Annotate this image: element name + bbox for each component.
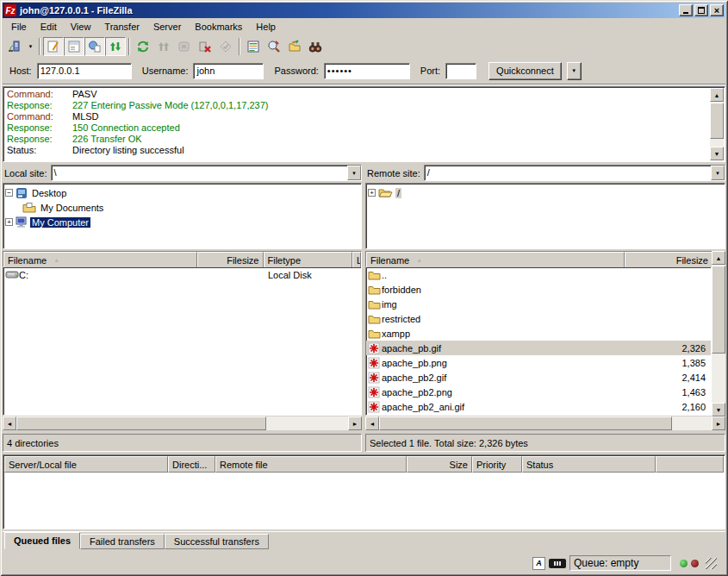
menu-server[interactable]: Server <box>146 19 188 34</box>
column-server-local-file[interactable]: Server/Local file <box>4 456 168 473</box>
file-row-selected[interactable]: apache_pb.gif 2,326 <box>366 341 711 355</box>
local-drive-row[interactable]: C: Local Disk <box>3 267 361 282</box>
process-queue-button[interactable] <box>153 37 174 56</box>
quickconnect-button[interactable]: Quickconnect <box>488 62 562 80</box>
remote-hscrollbar[interactable]: ◄ ► <box>365 416 725 430</box>
scroll-down-icon[interactable]: ▼ <box>712 403 725 416</box>
tab-queued-files[interactable]: Queued files <box>4 532 80 549</box>
menu-edit[interactable]: Edit <box>34 19 64 34</box>
menu-bookmarks[interactable]: Bookmarks <box>188 19 249 34</box>
expand-icon[interactable]: + <box>5 218 13 226</box>
password-input[interactable] <box>324 63 410 79</box>
filename-filters-button[interactable] <box>264 37 284 56</box>
menu-transfer[interactable]: Transfer <box>97 19 146 34</box>
menu-help[interactable]: Help <box>249 19 283 34</box>
directory-comparison-button[interactable] <box>284 37 305 56</box>
quickconnect-dropdown[interactable]: ▼ <box>567 62 582 80</box>
tree-item-root[interactable]: + / <box>368 185 723 200</box>
scroll-left-icon[interactable]: ◄ <box>365 416 379 430</box>
file-row[interactable]: apache_pb2_ani.gif 2,160 <box>366 399 711 414</box>
scroll-up-icon[interactable]: ▲ <box>712 251 725 265</box>
file-row[interactable]: restricted <box>366 311 711 326</box>
tree-item-desktop[interactable]: − Desktop <box>5 185 359 200</box>
menu-file[interactable]: File <box>4 19 34 34</box>
indicator-badge-icon <box>549 559 566 568</box>
file-row[interactable]: forbidden <box>366 282 711 297</box>
minimize-button[interactable] <box>679 4 693 16</box>
abort-button[interactable] <box>215 37 236 56</box>
find-files-button[interactable] <box>305 37 326 56</box>
menu-bar: File Edit View Transfer Server Bookmarks… <box>3 18 725 35</box>
scroll-left-icon[interactable]: ◄ <box>3 416 16 430</box>
file-row[interactable]: .. <box>366 267 711 282</box>
scrollbar-thumb[interactable] <box>710 103 724 139</box>
log-line: Response:226 Transfer OK <box>7 134 725 145</box>
toggle-local-tree-button[interactable] <box>64 37 84 56</box>
file-row[interactable]: img <box>366 297 711 311</box>
file-row[interactable]: apache_pb.png 1,385 <box>366 355 711 370</box>
toggle-transfer-queue-button[interactable] <box>105 37 126 56</box>
toggle-message-log-button[interactable] <box>43 37 64 56</box>
column-filetype[interactable]: Filetype <box>264 252 353 268</box>
resize-grip[interactable] <box>706 558 717 569</box>
remote-site-combo[interactable]: / ▼ <box>424 165 725 181</box>
refresh-button[interactable] <box>133 37 153 56</box>
tree-item-my-computer[interactable]: + My Computer <box>5 215 359 229</box>
host-input[interactable] <box>37 63 132 79</box>
remote-vscrollbar[interactable]: ▲ ▼ <box>712 251 725 416</box>
chevron-down-icon[interactable]: ▼ <box>347 166 361 180</box>
message-log-icon <box>47 40 60 53</box>
toggle-remote-tree-button[interactable] <box>84 37 105 56</box>
column-status[interactable]: Status <box>522 456 656 473</box>
directory-listing-button[interactable] <box>243 37 264 56</box>
sort-ascending-icon: ▲ <box>416 257 422 263</box>
data-type-indicator-icon: A <box>532 557 545 570</box>
scrollbar-thumb[interactable] <box>712 266 725 354</box>
file-row[interactable]: apache_pb2.gif 2,414 <box>366 370 711 385</box>
log-scrollbar[interactable]: ▲ ▼ <box>710 88 724 160</box>
log-label: Command: <box>7 111 72 122</box>
scroll-up-icon[interactable]: ▲ <box>710 88 724 102</box>
log-line: Status:Directory listing successful <box>7 145 725 156</box>
scrollbar-thumb[interactable] <box>16 416 266 430</box>
column-last-modified[interactable]: L <box>352 252 361 268</box>
chevron-down-icon[interactable]: ▼ <box>711 166 725 180</box>
file-name: forbidden <box>382 285 421 295</box>
menu-view[interactable]: View <box>64 19 98 34</box>
column-remote-file[interactable]: Remote file <box>215 456 407 473</box>
local-hscrollbar[interactable]: ◄ ► <box>3 416 362 430</box>
column-filesize[interactable]: Filesize <box>197 252 264 268</box>
cancel-operation-button[interactable] <box>174 37 195 56</box>
column-filename[interactable]: Filename▲ <box>3 252 197 268</box>
tab-failed-transfers[interactable]: Failed transfers <box>80 534 165 549</box>
title-bar[interactable]: Fz john@127.0.0.1 - FileZilla × <box>3 3 725 18</box>
file-row[interactable]: xampp <box>366 326 711 341</box>
maximize-button[interactable] <box>694 4 708 16</box>
column-label: Filename <box>8 255 47 266</box>
column-priority[interactable]: Priority <box>472 456 522 473</box>
expand-icon[interactable]: + <box>368 189 376 197</box>
scrollbar-thumb[interactable] <box>379 416 672 430</box>
close-button[interactable]: × <box>710 4 724 16</box>
file-row[interactable]: apache_pb2.png 1,463 <box>366 385 711 399</box>
column-size[interactable]: Size <box>407 456 472 473</box>
scroll-right-icon[interactable]: ► <box>712 416 725 430</box>
username-input[interactable] <box>193 63 264 79</box>
disk-drive-icon <box>5 270 19 279</box>
port-input[interactable] <box>445 63 476 79</box>
scroll-down-icon[interactable]: ▼ <box>710 147 724 160</box>
collapse-icon[interactable]: − <box>5 189 13 197</box>
tab-successful-transfers[interactable]: Successful transfers <box>165 534 269 549</box>
column-direction[interactable]: Directi... <box>168 456 215 473</box>
disconnect-button[interactable] <box>195 37 215 56</box>
file-size: 2,326 <box>681 343 711 354</box>
local-site-combo[interactable]: \ ▼ <box>51 165 362 181</box>
column-filesize[interactable]: Filesize <box>625 252 712 268</box>
scroll-right-icon[interactable]: ► <box>348 416 362 430</box>
log-text: 226 Transfer OK <box>72 134 142 145</box>
tree-item-my-documents[interactable]: My Documents <box>5 200 359 215</box>
column-filename[interactable]: Filename▲ <box>366 252 625 268</box>
site-manager-button[interactable] <box>4 37 25 56</box>
site-manager-dropdown[interactable]: ▼ <box>25 37 36 56</box>
username-label: Username: <box>142 66 189 76</box>
